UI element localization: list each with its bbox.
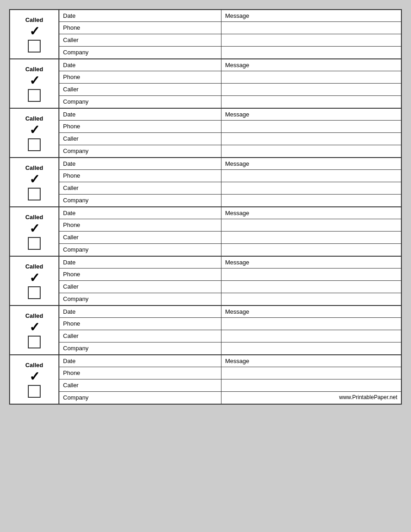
- right-col-2: Date Message Phone Caller Company: [59, 59, 401, 108]
- phone-value-7: [221, 318, 401, 330]
- company-label-3: Company: [59, 145, 221, 157]
- phone-message-form: Called ✓ Date Message Phone Caller Compa…: [9, 9, 402, 405]
- caller-row-1: Caller: [59, 34, 401, 47]
- top-row-1: Date Message: [59, 10, 401, 22]
- left-col-5: Called ✓: [10, 207, 59, 256]
- message-label-2: Message: [221, 59, 401, 71]
- caller-value-5: [221, 232, 401, 243]
- top-row-4: Date Message: [59, 158, 401, 170]
- company-label-1: Company: [59, 47, 221, 58]
- checkmark-6: ✓: [29, 272, 40, 284]
- called-label-2: Called: [25, 66, 43, 73]
- date-label-2: Date: [59, 59, 221, 71]
- right-col-4: Date Message Phone Caller Company: [59, 158, 401, 206]
- checkbox-1[interactable]: [28, 40, 41, 53]
- company-label-2: Company: [59, 96, 221, 108]
- record-7: Called ✓ Date Message Phone Caller Compa…: [10, 306, 401, 355]
- caller-label-4: Caller: [59, 182, 221, 194]
- top-row-3: Date Message: [59, 109, 401, 121]
- right-col-6: Date Message Phone Caller Company: [59, 257, 401, 305]
- phone-row-8: Phone: [59, 367, 401, 379]
- phone-label-6: Phone: [59, 269, 221, 280]
- caller-value-1: [221, 34, 401, 46]
- right-col-8: Date Message Phone Caller Company www.Pr…: [59, 355, 401, 404]
- date-label-1: Date: [59, 10, 221, 21]
- phone-value-1: [221, 22, 401, 34]
- phone-value-8: [221, 367, 401, 379]
- phone-value-6: [221, 269, 401, 280]
- called-label-3: Called: [25, 115, 43, 122]
- top-row-2: Date Message: [59, 59, 401, 71]
- checkbox-7[interactable]: [28, 336, 41, 348]
- message-label-5: Message: [221, 207, 401, 219]
- right-col-7: Date Message Phone Caller Company: [59, 306, 401, 354]
- date-label-7: Date: [59, 306, 221, 317]
- checkmark-8: ✓: [29, 370, 40, 383]
- company-value-2: [221, 96, 401, 108]
- caller-value-7: [221, 330, 401, 342]
- website-label: www.PrintablePaper.net: [221, 392, 401, 404]
- company-row-3: Company: [59, 145, 401, 157]
- company-row-5: Company: [59, 244, 401, 256]
- checkmark-4: ✓: [29, 173, 40, 186]
- checkbox-6[interactable]: [28, 286, 41, 299]
- left-col-4: Called ✓: [10, 158, 59, 206]
- top-row-7: Date Message: [59, 306, 401, 318]
- called-label-7: Called: [25, 312, 43, 319]
- phone-value-5: [221, 219, 401, 231]
- called-label-4: Called: [25, 164, 43, 171]
- date-label-5: Date: [59, 207, 221, 219]
- company-row-1: Company: [59, 47, 401, 58]
- checkbox-2[interactable]: [28, 89, 41, 102]
- record-8: Called ✓ Date Message Phone Caller Compa…: [10, 355, 401, 404]
- called-label-6: Called: [25, 263, 43, 270]
- caller-label-5: Caller: [59, 232, 221, 243]
- checkmark-5: ✓: [29, 222, 40, 235]
- caller-value-8: [221, 379, 401, 391]
- date-label-4: Date: [59, 158, 221, 169]
- left-col-1: Called ✓: [10, 10, 59, 58]
- checkbox-5[interactable]: [28, 237, 41, 250]
- company-value-3: [221, 145, 401, 157]
- left-col-2: Called ✓: [10, 59, 59, 108]
- caller-row-7: Caller: [59, 330, 401, 342]
- message-label-4: Message: [221, 158, 401, 169]
- checkmark-7: ✓: [29, 321, 40, 334]
- company-label-4: Company: [59, 195, 221, 206]
- company-label-8: Company: [59, 392, 221, 404]
- company-row-7: Company: [59, 342, 401, 354]
- left-col-6: Called ✓: [10, 257, 59, 305]
- phone-label-8: Phone: [59, 367, 221, 379]
- checkbox-8[interactable]: [28, 385, 41, 398]
- caller-row-2: Caller: [59, 84, 401, 96]
- top-row-8: Date Message: [59, 355, 401, 367]
- caller-row-6: Caller: [59, 281, 401, 293]
- caller-label-1: Caller: [59, 34, 221, 46]
- company-value-4: [221, 195, 401, 206]
- caller-row-8: Caller: [59, 379, 401, 392]
- left-col-8: Called ✓: [10, 355, 59, 404]
- checkmark-2: ✓: [29, 74, 40, 87]
- phone-row-5: Phone: [59, 219, 401, 232]
- phone-row-4: Phone: [59, 170, 401, 182]
- message-label-7: Message: [221, 306, 401, 317]
- date-label-8: Date: [59, 355, 221, 367]
- left-col-7: Called ✓: [10, 306, 59, 354]
- checkbox-3[interactable]: [28, 138, 41, 151]
- caller-label-6: Caller: [59, 281, 221, 293]
- caller-label-3: Caller: [59, 133, 221, 145]
- checkbox-4[interactable]: [28, 188, 41, 200]
- message-label-3: Message: [221, 109, 401, 120]
- company-label-6: Company: [59, 293, 221, 305]
- message-label-8: Message: [221, 355, 401, 367]
- top-row-6: Date Message: [59, 257, 401, 269]
- phone-value-2: [221, 71, 401, 83]
- caller-value-4: [221, 182, 401, 194]
- company-row-8: Company www.PrintablePaper.net: [59, 392, 401, 404]
- record-6: Called ✓ Date Message Phone Caller Compa…: [10, 257, 401, 306]
- phone-label-5: Phone: [59, 219, 221, 231]
- left-col-3: Called ✓: [10, 109, 59, 157]
- caller-row-3: Caller: [59, 133, 401, 145]
- phone-value-4: [221, 170, 401, 182]
- caller-row-5: Caller: [59, 232, 401, 244]
